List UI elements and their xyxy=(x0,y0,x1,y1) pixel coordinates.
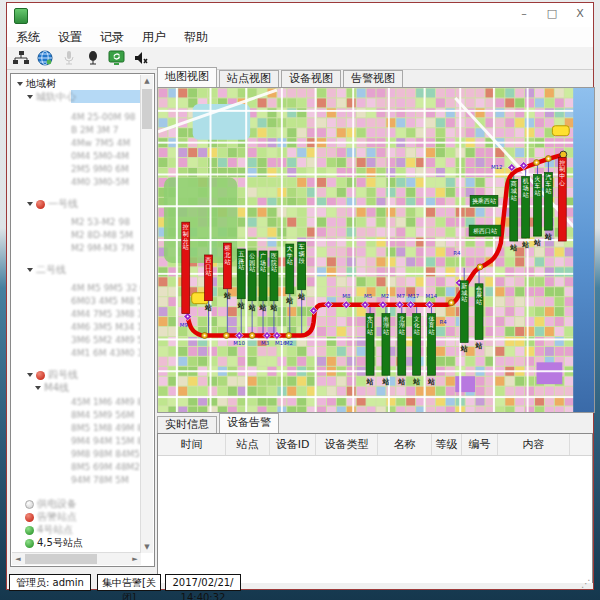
svg-text:站: 站 xyxy=(238,263,244,271)
column-station[interactable]: 站点 xyxy=(226,434,270,455)
tab-map-view[interactable]: 地图视图 xyxy=(157,67,217,87)
tree-item-label: 城轨中心 xyxy=(36,91,76,102)
title-bar[interactable]: – □ X xyxy=(7,3,593,27)
scroll-up-icon[interactable]: ▲ xyxy=(141,75,153,87)
tree-item[interactable]: 4M1 6M 43M0 3 xyxy=(13,347,140,360)
menu-help[interactable]: 帮助 xyxy=(175,29,217,46)
tree-item[interactable]: 8M5 69M 48M2 4M84 xyxy=(13,461,140,474)
svg-text:站: 站 xyxy=(260,265,266,273)
tree-item-value: 4M4 7M5 3M8 3 xyxy=(71,308,140,320)
scroll-right-icon[interactable]: ► xyxy=(129,553,141,565)
tree-item[interactable]: 9M8 98M 84M5 4M8 3 xyxy=(13,448,140,461)
scroll-left-icon[interactable]: ◄ xyxy=(12,553,24,565)
tree-item[interactable]: 4号站点 xyxy=(13,523,140,536)
tree-item[interactable]: 4M4 7M5 3M8 3 xyxy=(13,308,140,321)
maximize-button[interactable]: □ xyxy=(543,5,561,23)
chevron-down-icon[interactable] xyxy=(35,386,41,390)
menu-records[interactable]: 记录 xyxy=(91,29,133,46)
close-button[interactable]: X xyxy=(571,5,589,23)
resize-grip[interactable]: ⋰ xyxy=(581,578,591,589)
tree-item[interactable]: M4线 xyxy=(13,381,140,394)
tab-device-view[interactable]: 设备视图 xyxy=(281,70,341,87)
scrollbar-thumb[interactable] xyxy=(142,89,152,129)
menu-user[interactable]: 用户 xyxy=(133,29,175,46)
tree-item[interactable]: 45M 1M6 4M9 8M08 xyxy=(13,396,140,409)
tree-item[interactable]: M2 9M-M3 7M xyxy=(13,242,140,255)
tree-item[interactable]: 6M03 4M5 M8 5 xyxy=(13,295,140,308)
tree-item-value: M2 9M-M3 7M xyxy=(71,242,134,254)
column-device-id[interactable]: 设备ID xyxy=(270,434,316,455)
tree-item[interactable]: 4M 25-00M 98 xyxy=(13,111,140,124)
svg-text:站: 站 xyxy=(461,295,467,303)
tree-item-value: B 2M 3M 7 xyxy=(71,124,118,136)
admin-status: 管理员: admin xyxy=(9,574,91,591)
tree-item-value: M2 53-M2 98 xyxy=(71,216,130,228)
column-level[interactable]: 等级 xyxy=(432,434,462,455)
column-time[interactable]: 时间 xyxy=(158,434,226,455)
tab-station-view[interactable]: 站点视图 xyxy=(219,70,279,87)
monitor-refresh-icon[interactable] xyxy=(107,49,127,67)
tab-realtime-info[interactable]: 实时信息 xyxy=(157,416,217,433)
tree-item[interactable]: 2M5 9M0 6M xyxy=(13,163,140,176)
tree-item[interactable]: B 2M 3M 7 xyxy=(13,124,140,137)
record-icon[interactable] xyxy=(83,49,103,67)
tree-item[interactable]: 告警站点 xyxy=(13,510,140,523)
tree-item[interactable]: M2 8D-M8 5M xyxy=(13,229,140,242)
scrollbar-thumb[interactable] xyxy=(25,554,97,564)
tree-item[interactable]: 二号线 xyxy=(13,263,140,276)
tree-item[interactable]: M2 53-M2 98 xyxy=(13,216,140,229)
tree-horizontal-scrollbar[interactable]: ◄ ► xyxy=(12,552,141,565)
tree-item[interactable]: 地域树 xyxy=(13,77,140,90)
tree-item[interactable]: 0M4 5M0-4M xyxy=(13,150,140,163)
globe-icon[interactable] xyxy=(35,49,55,67)
svg-text:站: 站 xyxy=(183,243,189,251)
topology-icon[interactable] xyxy=(11,49,31,67)
chevron-down-icon[interactable] xyxy=(17,82,23,86)
tree-item[interactable]: 一号线 xyxy=(13,197,140,210)
chevron-down-icon[interactable] xyxy=(27,373,33,377)
chevron-down-icon[interactable] xyxy=(27,95,33,99)
menu-system[interactable]: 系统 xyxy=(7,29,49,46)
tab-alarm-view[interactable]: 告警视图 xyxy=(343,70,403,87)
tree-item[interactable]: 3M6 5M2 4M9 5M xyxy=(13,334,140,347)
tree-item[interactable]: 4,5号站点 xyxy=(13,536,140,549)
tree-item[interactable]: 94M 78M 5M xyxy=(13,474,140,487)
column-device-type[interactable]: 设备类型 xyxy=(316,434,378,455)
speaker-mute-icon[interactable] xyxy=(131,49,151,67)
svg-text:心: 心 xyxy=(558,179,565,186)
mic-disabled-icon[interactable] xyxy=(59,49,79,67)
line-code-label: M5 xyxy=(364,293,372,299)
chevron-down-icon[interactable] xyxy=(27,268,33,272)
column-filler xyxy=(570,434,592,455)
menu-settings[interactable]: 设置 xyxy=(49,29,91,46)
column-content[interactable]: 内容 xyxy=(498,434,570,455)
column-name[interactable]: 名称 xyxy=(378,434,432,455)
tree-item[interactable]: 4M M5 9M5 32 6M xyxy=(13,282,140,295)
tree-item[interactable]: 9M4 94M 15M 8M1 5M2 xyxy=(13,435,140,448)
chevron-down-icon[interactable] xyxy=(27,202,33,206)
metro-map[interactable]: 控制分站西口站站桥北站站五路站站公园站站广场站站医院站站大学站站车辆段站东门站站… xyxy=(157,87,595,413)
tree-item-value: 8M5 1M8 49M 8M5 4M xyxy=(71,422,140,434)
tree-item[interactable]: 8M5 1M8 49M 8M5 4M xyxy=(13,422,140,435)
central-alarm-toggle[interactable]: 集中告警[关闭] xyxy=(97,574,161,591)
tree-item[interactable]: 8M4 5M9 56M xyxy=(13,409,140,422)
minimize-button[interactable]: – xyxy=(515,5,533,23)
status-dot-grey xyxy=(25,500,34,509)
tree-item[interactable]: 城轨中心 xyxy=(13,90,140,103)
station-suffix-label: 站 xyxy=(412,378,420,386)
tree-item-value: 8M4 5M9 56M xyxy=(71,409,134,421)
scroll-down-icon[interactable]: ▼ xyxy=(141,541,153,553)
region-tree: 地域树城轨中心4M 25-00M 98B 2M 3M 74Mw 7M5 4M0M… xyxy=(13,77,140,553)
tree-item[interactable]: 4M6 3M5 M34 12 xyxy=(13,321,140,334)
tab-device-alarm[interactable]: 设备告警 xyxy=(219,413,279,433)
tree-item[interactable]: 4Mw 7M5 4M xyxy=(13,137,140,150)
tree-item-label: 地域树 xyxy=(26,78,56,89)
tree-item[interactable]: 4M0 3M0-5M xyxy=(13,176,140,189)
tree-item[interactable]: 四号线 xyxy=(13,368,140,381)
column-number[interactable]: 编号 xyxy=(462,434,498,455)
line-code-label: M17 xyxy=(408,293,420,299)
tree-item[interactable]: 供电设备 xyxy=(13,497,140,510)
alarm-table-body[interactable] xyxy=(158,456,592,583)
svg-text:站: 站 xyxy=(367,328,373,336)
tree-vertical-scrollbar[interactable]: ▲ ▼ xyxy=(140,75,153,553)
